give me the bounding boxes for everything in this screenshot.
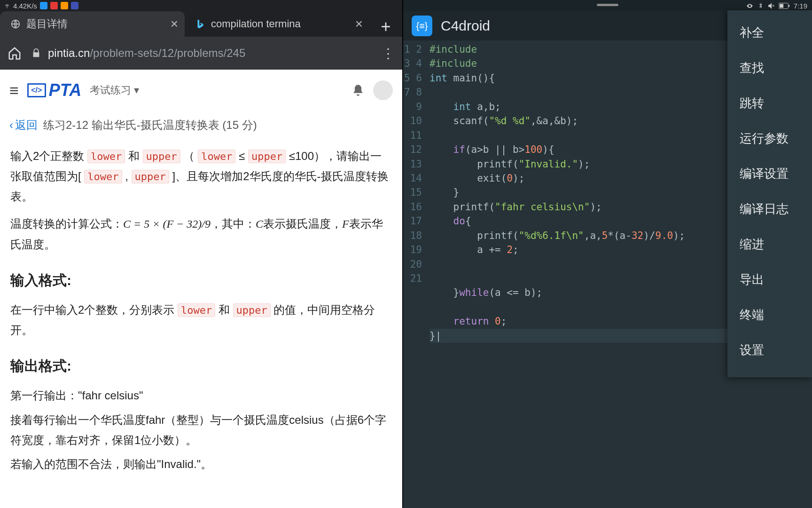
- app-name: C4droid: [441, 18, 771, 34]
- bluetooth-icon: [757, 2, 764, 9]
- code-lower: lower: [87, 150, 125, 163]
- bing-icon: [195, 19, 205, 29]
- nav-dropdown[interactable]: 考试练习 ▾: [90, 83, 139, 97]
- new-tab-button[interactable]: +: [369, 17, 402, 37]
- output-spec-2: 接着每行输出一个华氏温度fahr（整型）与一个摄氏温度celsius（占据6个字…: [10, 410, 392, 450]
- nav-label: 考试练习: [90, 83, 131, 97]
- problem-title: 练习2-12 输出华氏-摄氏温度转换表 (15 分): [43, 118, 257, 133]
- kebab-icon[interactable]: ⋮: [382, 46, 395, 61]
- browser-tab-active[interactable]: 题目详情 ×: [0, 11, 185, 37]
- problem-p1: 输入2个正整数 lower 和 upper （ lower ≤ upper ≤1…: [10, 146, 392, 207]
- pta-logo[interactable]: </> PTA: [27, 80, 81, 100]
- app-badge-icon: [71, 2, 78, 9]
- caret-down-icon: ▾: [134, 84, 139, 96]
- url-path: /problem-sets/12/problems/245: [90, 47, 245, 59]
- url-host: pintia.cn: [48, 47, 90, 59]
- app-badge-icon: [50, 2, 58, 9]
- line-gutter: 1 2 3 4 5 6 7 8 9 10 11 12 13 14 15 16 1…: [403, 40, 426, 508]
- browser-tabstrip: 题目详情 × compilation termina × +: [0, 11, 402, 37]
- split-grabber[interactable]: [597, 4, 618, 6]
- menu-terminal[interactable]: 终端: [727, 297, 812, 333]
- heading-input: 输入格式:: [10, 268, 392, 293]
- android-statusbar-left: 4.42K/s: [0, 0, 402, 11]
- page-content: ≡ </> PTA 考试练习 ▾ ‹ 返回 练习2-12 输出华氏-摄氏温度转换…: [0, 70, 402, 508]
- menu-find[interactable]: 查找: [727, 50, 812, 86]
- svg-rect-3: [789, 5, 789, 7]
- output-spec-1: 第一行输出："fahr celsius": [10, 385, 392, 405]
- input-spec: 在一行中输入2个整数，分别表示 lower 和 upper 的值，中间用空格分开…: [10, 300, 392, 340]
- hamburger-icon[interactable]: ≡: [9, 81, 19, 100]
- tab-title: 题目详情: [26, 17, 165, 31]
- svg-rect-2: [780, 4, 783, 8]
- heading-output: 输出格式:: [10, 353, 392, 379]
- clock: 7:19: [794, 2, 807, 10]
- problem-body: 输入2个正整数 lower 和 upper （ lower ≤ upper ≤1…: [0, 137, 402, 483]
- overflow-menu: 补全 查找 跳转 运行参数 编译设置 编译日志 缩进 导出 终端 设置: [727, 10, 812, 377]
- menu-settings[interactable]: 设置: [727, 333, 812, 368]
- mute-icon: [768, 2, 775, 9]
- globe-icon: [10, 19, 21, 29]
- close-icon[interactable]: ×: [171, 16, 178, 32]
- menu-goto[interactable]: 跳转: [727, 86, 812, 121]
- formula: C = 5 × (F − 32)/9: [123, 218, 211, 230]
- breadcrumb-bar: ‹ 返回 练习2-12 输出华氏-摄氏温度转换表 (15 分): [0, 111, 402, 137]
- url-box[interactable]: pintia.cn/problem-sets/12/problems/245: [31, 47, 372, 60]
- back-label: 返回: [15, 118, 38, 133]
- menu-indent[interactable]: 缩进: [727, 227, 812, 262]
- logo-glyph: </>: [27, 83, 46, 97]
- browser-pane: 4.42K/s 题目详情 × compilation termina × + p…: [0, 0, 403, 508]
- menu-compileset[interactable]: 编译设置: [727, 156, 812, 191]
- eye-icon: [746, 2, 753, 9]
- chevron-left-icon: ‹: [9, 119, 13, 132]
- tab-title: compilation termina: [211, 18, 350, 30]
- output-spec-3: 若输入的范围不合法，则输出"Invalid."。: [10, 454, 392, 474]
- menu-compilelog[interactable]: 编译日志: [727, 191, 812, 227]
- address-bar: pintia.cn/problem-sets/12/problems/245 ⋮: [0, 37, 402, 70]
- avatar[interactable]: [373, 80, 393, 100]
- bell-icon[interactable]: [351, 84, 365, 97]
- home-icon[interactable]: [8, 46, 22, 60]
- app-badge-icon: [40, 2, 47, 9]
- logo-text: PTA: [49, 80, 81, 100]
- problem-p2: 温度转换的计算公式：C = 5 × (F − 32)/9，其中：C表示摄氏温度，…: [10, 214, 392, 254]
- menu-complete[interactable]: 补全: [727, 15, 812, 50]
- app-icon: {≡}: [412, 16, 432, 36]
- site-appbar: ≡ </> PTA 考试练习 ▾: [0, 70, 402, 111]
- back-link[interactable]: ‹ 返回: [9, 118, 38, 133]
- battery-icon: [779, 3, 790, 9]
- close-icon[interactable]: ×: [355, 16, 363, 32]
- net-speed: 4.42K/s: [13, 2, 37, 10]
- menu-export[interactable]: 导出: [727, 262, 812, 297]
- browser-tab[interactable]: compilation termina ×: [185, 11, 369, 37]
- menu-runargs[interactable]: 运行参数: [727, 121, 812, 156]
- app-badge-icon: [61, 2, 68, 9]
- wifi-icon: [4, 2, 10, 9]
- lock-icon: [31, 48, 41, 58]
- ide-pane: 7:19 {≡} C4droid 文件 1 2 3 4 5 6 7 8 9 10…: [403, 0, 812, 508]
- code-upper: upper: [143, 150, 180, 163]
